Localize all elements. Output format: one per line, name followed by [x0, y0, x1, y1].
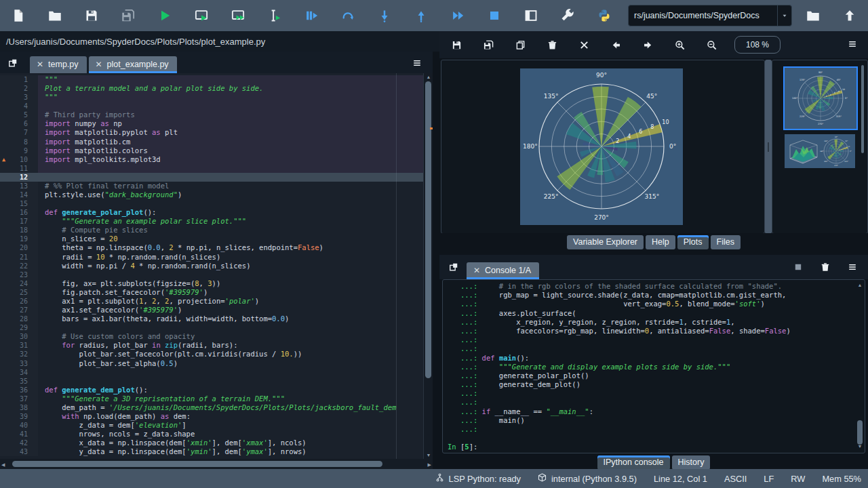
- editor-line[interactable]: 15: [0, 199, 433, 208]
- editor-line[interactable]: 43 y_data = np.linspace(dem['ymin'], dem…: [0, 447, 433, 456]
- scroll-down-arrow[interactable]: ▼: [424, 452, 433, 459]
- remove-all-plots-icon[interactable]: [568, 31, 600, 58]
- editor-vertical-scrollbar[interactable]: ▲ ▼: [423, 73, 433, 460]
- plots-splitter-handle[interactable]: [765, 60, 772, 234]
- save-all-plots-icon[interactable]: [473, 31, 505, 58]
- editor-line[interactable]: 19 n_slices = 20: [0, 235, 433, 243]
- run-file-icon[interactable]: [146, 0, 183, 31]
- debug-step-out-icon[interactable]: [403, 0, 439, 31]
- editor-line[interactable]: 36def generate_dem_plot():: [0, 386, 433, 394]
- editor-line[interactable]: 35: [0, 377, 433, 386]
- tab-console-1a[interactable]: ✕ Console 1/A: [467, 262, 539, 279]
- editor-line[interactable]: 14plt.style.use("dark_background"): [0, 190, 433, 199]
- browse-working-directory-icon[interactable]: [795, 0, 831, 31]
- run-cell-advance-icon[interactable]: [220, 0, 256, 31]
- editor-line[interactable]: 26 ax1 = plt.subplot(1, 2, 2, projection…: [0, 297, 433, 306]
- editor-line[interactable]: 24 fig, ax= plt.subplots(figsize=(8, 3)): [0, 279, 433, 288]
- editor-line[interactable]: 16def generate_polar_plot():: [0, 208, 433, 217]
- editor-line[interactable]: 41 nrows, ncols = z_data.shape: [0, 430, 433, 439]
- tab-history[interactable]: History: [672, 455, 711, 470]
- thumbnails-scrollbar[interactable]: [861, 65, 864, 153]
- next-plot-icon[interactable]: [632, 31, 664, 58]
- editor-line[interactable]: 30 # Use custom colors and opacity: [0, 332, 433, 341]
- editor-line[interactable]: 5# Third party imports: [0, 110, 433, 119]
- editor-line[interactable]: 12: [0, 173, 433, 182]
- editor-line[interactable]: 25 fig.patch.set_facecolor('#395979'): [0, 288, 433, 297]
- editor-line[interactable]: 2Plot a terrain model and a polar plot s…: [0, 84, 433, 93]
- editor-line[interactable]: 13# %% Plot final terrain model: [0, 182, 433, 190]
- save-all-icon[interactable]: [110, 0, 146, 31]
- save-icon[interactable]: [73, 0, 110, 31]
- ipython-console[interactable]: ...: # in the rgb colors of the shaded s…: [442, 279, 865, 453]
- working-directory-combobox[interactable]: rs/juanis/Documents/SpyderDocs: [628, 5, 792, 26]
- interpreter-status[interactable]: internal (Python 3.9.5): [538, 473, 637, 484]
- tab-temp-py[interactable]: ✕ temp.py: [30, 56, 87, 73]
- tab-help[interactable]: Help: [646, 235, 675, 249]
- editor-line[interactable]: 22 width = np.pi / 4 * np.random.rand(n_…: [0, 262, 433, 270]
- scroll-right-arrow[interactable]: ▶: [428, 462, 431, 468]
- code-editor[interactable]: 1"""2Plot a terrain model and a polar pl…: [0, 73, 433, 460]
- save-plot-icon[interactable]: [441, 31, 473, 58]
- tab-ipython-console[interactable]: IPython console: [597, 455, 670, 470]
- polar-plot-figure[interactable]: 0°45°90°135°180°225°270°315°246810: [441, 60, 764, 233]
- polar-plot-thumbnail[interactable]: 0°45°90°135°180°225°270°315°246810: [783, 66, 858, 130]
- previous-plot-icon[interactable]: [600, 31, 632, 58]
- undock-icon[interactable]: [446, 260, 461, 274]
- editor-line[interactable]: 3""": [0, 93, 433, 102]
- editor-line[interactable]: 42 x_data = np.linspace(dem['xmin'], dem…: [0, 439, 433, 447]
- run-selection-icon[interactable]: [256, 0, 293, 31]
- remove-plot-icon[interactable]: [536, 31, 568, 58]
- editor-line[interactable]: 33 plot_bar.set_alpha(0.5): [0, 359, 433, 368]
- run-cell-icon[interactable]: [183, 0, 220, 31]
- open-file-icon[interactable]: [37, 0, 73, 31]
- editor-line[interactable]: 4: [0, 102, 433, 110]
- editor-line[interactable]: 18 # Compute pie slices: [0, 226, 433, 235]
- debug-stop-icon[interactable]: [476, 0, 513, 31]
- plots-options-menu-icon[interactable]: [845, 37, 860, 52]
- close-icon[interactable]: ✕: [37, 60, 43, 69]
- editor-options-menu-icon[interactable]: [410, 56, 425, 70]
- console-vertical-scrollbar[interactable]: ▲ ▼: [856, 282, 864, 450]
- editor-line[interactable]: 21 radii = 10 * np.random.rand(n_slices): [0, 253, 433, 262]
- new-file-icon[interactable]: [0, 0, 37, 31]
- editor-line[interactable]: 27 ax1.set_facecolor('#395979'): [0, 306, 433, 314]
- close-icon[interactable]: ✕: [473, 266, 480, 275]
- maximize-pane-icon[interactable]: [513, 0, 549, 31]
- editor-line[interactable]: 31 for radius, plot_bar in zip(radii, ba…: [0, 341, 433, 350]
- editor-line[interactable]: 20 theta = np.linspace(0.0, 2 * np.pi, n…: [0, 243, 433, 252]
- scrollbar-thumb[interactable]: [857, 420, 863, 445]
- preferences-icon[interactable]: [549, 0, 586, 31]
- editor-line[interactable]: 7import matplotlib.pyplot as plt: [0, 128, 433, 137]
- editor-line[interactable]: 23: [0, 270, 433, 279]
- tab-plots[interactable]: Plots: [677, 235, 709, 249]
- scroll-up-arrow[interactable]: ▲: [424, 74, 433, 81]
- editor-line[interactable]: 28 bars = ax1.bar(theta, radii, width=wi…: [0, 314, 433, 323]
- console-options-menu-icon[interactable]: [845, 260, 860, 274]
- editor-line[interactable]: 29: [0, 323, 433, 332]
- close-icon[interactable]: ✕: [96, 60, 102, 69]
- editor-line[interactable]: 17 """Generate an example polar slice pl…: [0, 217, 433, 226]
- debug-file-icon[interactable]: [293, 0, 330, 31]
- editor-line[interactable]: 10▲import mpl_toolkits.mplot3d: [0, 155, 433, 164]
- debug-step-into-icon[interactable]: [366, 0, 403, 31]
- interrupt-kernel-icon[interactable]: [791, 260, 806, 274]
- zoom-in-icon[interactable]: [664, 31, 696, 58]
- editor-line[interactable]: 8import matplotlib.cm: [0, 138, 433, 146]
- editor-line[interactable]: 37 """Generate a 3D reprisentation of a …: [0, 394, 433, 403]
- working-directory-value[interactable]: rs/juanis/Documents/SpyderDocs: [629, 11, 777, 20]
- scroll-down-arrow[interactable]: ▼: [856, 443, 864, 450]
- scroll-up-arrow[interactable]: ▲: [856, 282, 864, 289]
- editor-line[interactable]: 1""": [0, 75, 433, 84]
- editor-line[interactable]: 6import numpy as np: [0, 119, 433, 128]
- copy-plot-icon[interactable]: [505, 31, 536, 58]
- parent-directory-icon[interactable]: [831, 0, 868, 31]
- debug-step-over-icon[interactable]: [330, 0, 366, 31]
- tab-plot-example-py[interactable]: ✕ plot_example.py: [89, 56, 177, 73]
- debug-continue-icon[interactable]: [439, 0, 476, 31]
- editor-line[interactable]: 9import matplotlib.colors: [0, 146, 433, 155]
- editor-line[interactable]: 38 dem_path = '/Users/juanis/Documents/S…: [0, 403, 433, 412]
- scrollbar-thumb[interactable]: [12, 461, 382, 467]
- editor-line[interactable]: 11: [0, 164, 433, 173]
- dem-and-polar-thumbnail[interactable]: 0°45°90°135°180°225°270°315°246810: [785, 134, 855, 168]
- editor-line[interactable]: 32 plot_bar.set_facecolor(plt.cm.viridis…: [0, 350, 433, 359]
